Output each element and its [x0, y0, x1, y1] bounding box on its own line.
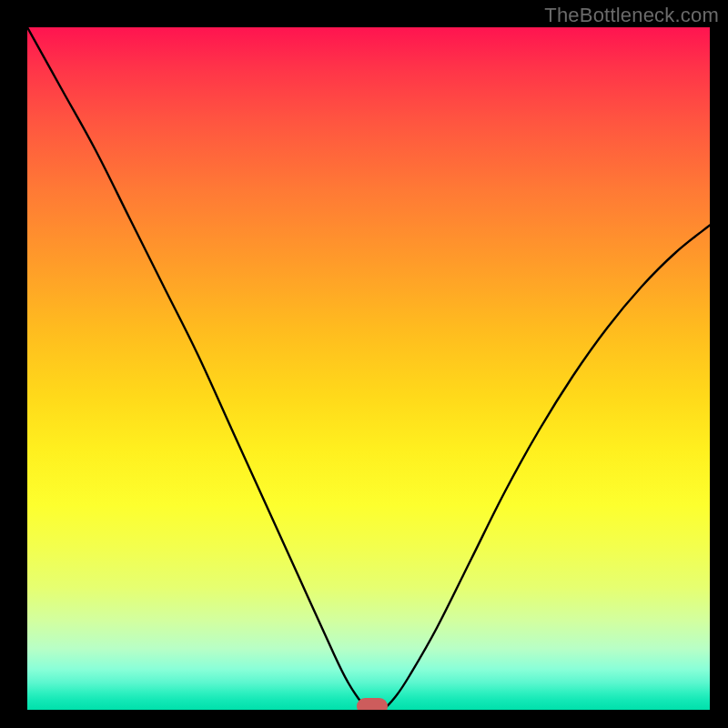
plot-area [27, 27, 710, 710]
optimum-marker [357, 698, 388, 711]
chart-frame: TheBottleneck.com [0, 0, 728, 728]
watermark-text: TheBottleneck.com [544, 4, 719, 27]
curve-svg [27, 27, 710, 710]
bottleneck-curve [27, 27, 710, 710]
